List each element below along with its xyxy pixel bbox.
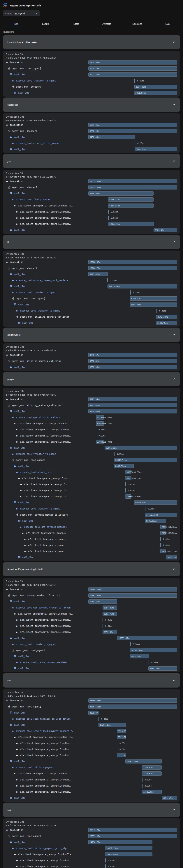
trace-row-llm[interactable]: call_llm3632.96ms bbox=[3, 364, 180, 370]
trace-row-tool[interactable]: ↦execute_tool get_payment_methods2461246… bbox=[3, 524, 180, 530]
trace-row-invocation[interactable]: ↦invocation15108.02ms bbox=[3, 259, 180, 265]
trace-row-llm[interactable]: call_llm3540.45ms bbox=[3, 320, 180, 326]
trace-row-tool[interactable]: ↦execute_tool transfer_to_agent0.20ms bbox=[3, 506, 180, 512]
trace-row-tool[interactable]: ↦execute_tool transfer_to_agent0.26ms bbox=[3, 78, 180, 84]
invocation-card-header[interactable]: paypal bbox=[3, 372, 180, 386]
trace-row-a2a[interactable]: ↦a2a.client.transports.jsonrpc.JsonRpcTr… bbox=[3, 203, 180, 209]
trace-row-agent-run[interactable]: agent_run [shopper]3864.21ms bbox=[3, 84, 180, 90]
trace-row-a2a[interactable]: ↦a2a.client.transports.jsonrpc.Js…0.01ms bbox=[3, 487, 180, 493]
chevron-up-icon[interactable] bbox=[173, 378, 176, 380]
trace-row-agent-run[interactable]: agent_run [shipping_address_collector]36… bbox=[3, 358, 180, 364]
trace-row-llm[interactable]: call_llm8835.52ms bbox=[3, 463, 180, 469]
trace-row-a2a[interactable]: ↦a2a.client.transports.jsonrpc.JsonRpcTr… bbox=[3, 421, 180, 427]
invocation-card-header[interactable]: digital wallet bbox=[3, 328, 180, 342]
chevron-up-icon[interactable] bbox=[173, 809, 176, 811]
trace-row-agent-run[interactable]: agent_run [root_agent]7974.59ms bbox=[3, 65, 180, 71]
trace-row-agent-run[interactable]: agent_run [shopper]6650.46ms bbox=[3, 128, 180, 134]
trace-row-a2a[interactable]: ↦a2a.client.transports.jsonrpc.JsonRpc…0… bbox=[3, 740, 180, 746]
trace-row-agent-run[interactable]: agent_run [shipping_address_collector]51… bbox=[3, 402, 180, 408]
trace-row-a2a[interactable]: ↦a2a.client.transports.jsonr…24602460.31… bbox=[3, 548, 180, 554]
trace-row-tool[interactable]: ↦execute_tool get_shipping_address331988… bbox=[3, 414, 180, 421]
invocation-card-header[interactable]: American Express ending in 4444 bbox=[3, 562, 180, 577]
invocation-card-header[interactable]: yes bbox=[3, 673, 180, 687]
invocation-card-header[interactable]: yes bbox=[3, 154, 180, 168]
trace-row-tool[interactable]: ↦execute_tool sign_mandates_on_user_devi… bbox=[3, 716, 180, 722]
trace-row-tool[interactable]: ↦execute_tool find_products6306.31ms bbox=[3, 196, 180, 203]
trace-row-llm[interactable]: call_llm10265.18ms bbox=[3, 722, 180, 728]
invocation-card-header[interactable]: 123 bbox=[3, 803, 180, 817]
tab-sessions[interactable]: Sessions bbox=[122, 19, 153, 28]
tab-trace[interactable]: Trace bbox=[0, 19, 31, 28]
trace-row-a2a[interactable]: ↦a2a.client.transports.jsonrpc.Json…3885… bbox=[3, 475, 180, 481]
trace-row-a2a[interactable]: ↦a2a.client.transports.jsonrpc.JsonRpc…3… bbox=[3, 629, 180, 635]
trace-row-invocation[interactable]: ↦invocation6651.06ms bbox=[3, 122, 180, 128]
trace-row-a2a[interactable]: ↦a2a.client.transports.jsonrpc.JsonRpc…6… bbox=[3, 221, 180, 227]
trace-row-tool[interactable]: ↦execute_tool get_payment_credential_tok… bbox=[3, 604, 180, 611]
trace-row-invocation[interactable]: ↦invocation33060.33ms bbox=[3, 698, 180, 704]
trace-row-agent-run[interactable]: agent_run [payment_method_collector]1455… bbox=[3, 512, 180, 518]
trace-row-a2a[interactable]: ↦a2a.client.transports.jsonrpc.JsonRpc…0… bbox=[3, 215, 180, 221]
trace-row-invocation[interactable]: ↦invocation3640.57ms bbox=[3, 352, 180, 358]
trace-row-invocation[interactable]: ↦invocation20543.21ms bbox=[3, 827, 180, 833]
trace-row-a2a[interactable]: ↦a2a.client.transports.jsonrpc.JsonRpc…0… bbox=[3, 857, 180, 863]
trace-row-llm[interactable]: call_llm3206.83ms bbox=[3, 146, 180, 152]
trace-row-llm[interactable]: call_llm6134.24ms bbox=[3, 665, 180, 672]
trace-row-agent-run[interactable]: agent_run [shopper]12335.07ms bbox=[3, 184, 180, 190]
trace-row-tool[interactable]: ↦execute_tool send_signed_payment_mandat… bbox=[3, 728, 180, 734]
trace-row-llm[interactable]: call_llm3861.96ms bbox=[3, 90, 180, 96]
trace-row-a2a[interactable]: ↦a2a.client.transports.jsonr…0.01ms bbox=[3, 542, 180, 548]
tab-events[interactable]: Events bbox=[31, 19, 61, 28]
trace-row-a2a[interactable]: ↦a2a.client.transports.jsonrpc.JsonRpc…0… bbox=[3, 746, 180, 752]
invocation-card-header[interactable]: I want to buy a coffee maker. bbox=[3, 35, 180, 50]
chevron-up-icon[interactable] bbox=[173, 334, 176, 336]
trace-row-a2a[interactable]: ↦a2a.client.transports.jsonrpc.JsonRpc…0… bbox=[3, 209, 180, 215]
trace-row-llm[interactable]: call_llm9005.96ms bbox=[3, 190, 180, 196]
trace-row-llm[interactable]: call_llm4042.30ms bbox=[3, 653, 180, 659]
trace-row-a2a[interactable]: ↦a2a.client.transports.jsonrpc.JsonRpc…0… bbox=[3, 783, 180, 789]
trace-row-agent-run[interactable]: agent_run [root_agent]28649.51ms bbox=[3, 457, 180, 463]
trace-row-tool[interactable]: ↦execute_tool create_intent_mandate0.26m… bbox=[3, 140, 180, 146]
trace-row-llm[interactable]: call_llm5120.66ms bbox=[3, 408, 180, 414]
trace-row-agent-run[interactable]: agent_run [payment_method_collector]1905… bbox=[3, 592, 180, 598]
trace-row-tool[interactable]: ↦execute_tool initiate_payment_with_otp1… bbox=[3, 845, 180, 851]
trace-row-tool[interactable]: ↦execute_tool update_cart38903890.07ms bbox=[3, 469, 180, 475]
trace-row-llm[interactable]: call_llm3323.90ms bbox=[3, 227, 180, 233]
trace-row-llm[interactable]: call_llm3395.87ms bbox=[3, 710, 180, 716]
trace-row-llm[interactable]: call_llm19802.49ms bbox=[3, 499, 180, 506]
chevron-up-icon[interactable] bbox=[173, 104, 176, 106]
trace-row-a2a[interactable]: ↦a2a.client.transports.jsonr…0.01ms bbox=[3, 536, 180, 542]
trace-row-a2a[interactable]: ↦a2a.client.transports.jsonrpc.JsonRpc…0… bbox=[3, 617, 180, 623]
trace-row-invocation[interactable]: ↦invocation12335.95ms bbox=[3, 178, 180, 184]
tab-state[interactable]: State bbox=[61, 19, 92, 28]
trace-row-llm[interactable]: call_llm14738.79ms bbox=[3, 839, 180, 845]
agent-select-dropdown[interactable]: shopping_agent ▼ bbox=[3, 10, 40, 17]
trace-row-llm[interactable]: call_llm5806.64ms bbox=[3, 795, 180, 801]
trace-row-a2a[interactable]: ↦a2a.client.transports.jsonrpc.JsonRpc…0… bbox=[3, 863, 180, 868]
trace-row-llm[interactable]: call_llm5984.21ms bbox=[3, 598, 180, 604]
trace-row-a2a[interactable]: ↦a2a.client.transports.jsonrpc.JsonRpc…0… bbox=[3, 427, 180, 433]
trace-row-tool[interactable]: ↦execute_tool transfer_to_agent0.22ms bbox=[3, 308, 180, 314]
trace-row-a2a[interactable]: ↦a2a.client.transports.jsonrpc.JsonRpc…0… bbox=[3, 777, 180, 783]
trace-row-llm[interactable]: call_llm32961.25ms bbox=[3, 445, 180, 451]
chevron-up-icon[interactable] bbox=[173, 679, 176, 682]
trace-row-a2a[interactable]: ↦a2a.client.transports.jsonrpc.JsonRpcTr… bbox=[3, 734, 180, 740]
trace-row-tool[interactable]: ↦execute_tool create_payment_mandate0.27… bbox=[3, 659, 180, 665]
trace-row-tool[interactable]: ↦execute_tool transfer_to_agent0.19ms bbox=[3, 451, 180, 457]
chevron-up-icon[interactable] bbox=[173, 41, 176, 44]
trace-row-tool[interactable]: ↦execute_tool transfer_to_agent0.19ms bbox=[3, 289, 180, 296]
trace-row-invocation[interactable]: ↦invocation5125.54ms bbox=[3, 396, 180, 402]
trace-row-llm[interactable]: call_llm3438.40ms bbox=[3, 134, 180, 140]
trace-row-a2a[interactable]: ↦a2a.client.transports.jsonrpc.JsonRpc…3… bbox=[3, 752, 180, 758]
trace-row-llm[interactable]: call_llm5040.27ms bbox=[3, 554, 180, 560]
trace-row-tool[interactable]: ↦execute_tool update_chosen_cart_mandate… bbox=[3, 277, 180, 283]
trace-row-llm[interactable]: call_llm8096.61ms bbox=[3, 302, 180, 308]
trace-row-a2a[interactable]: ↦a2a.client.transports.jsonrpc.Js…0.02ms bbox=[3, 481, 180, 487]
trace-row-agent-run[interactable]: agent_run [root_agent]20539.15ms bbox=[3, 833, 180, 839]
trace-row-agent-run[interactable]: agent_run [shipping_address_collector]35… bbox=[3, 314, 180, 320]
tab-eval[interactable]: Eval bbox=[152, 19, 183, 28]
trace-row-llm[interactable]: call_llm11979.09ms bbox=[3, 283, 180, 289]
trace-row-a2a[interactable]: ↦a2a.client.transports.jsonrpc.JsonRpcTr… bbox=[3, 851, 180, 857]
invocation-card-header[interactable]: espresson bbox=[3, 97, 180, 112]
trace-row-agent-run[interactable]: agent_run [root_agent]33057.13ms bbox=[3, 704, 180, 710]
chevron-up-icon[interactable] bbox=[173, 160, 176, 162]
